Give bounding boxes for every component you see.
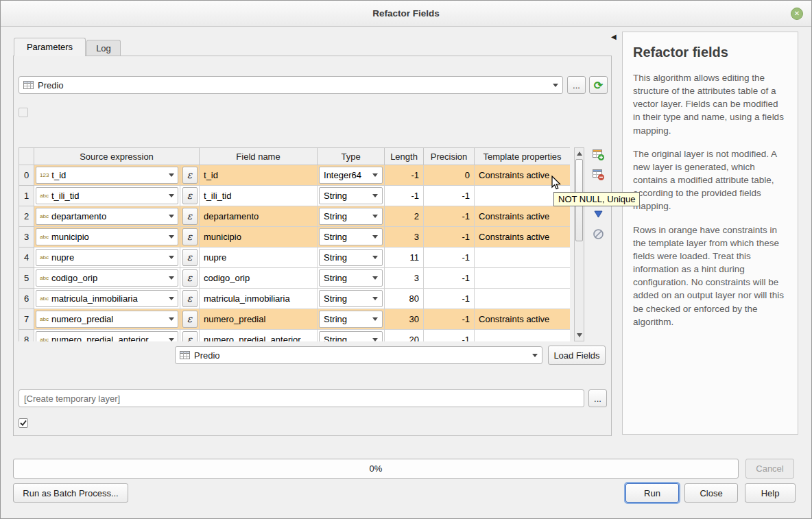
input-layer-browse-button[interactable]: ... xyxy=(567,76,586,94)
row-number-cell[interactable]: 1 xyxy=(19,186,34,206)
field-name-cell[interactable]: numero_predial_anterior xyxy=(200,330,318,342)
header-length[interactable]: Length xyxy=(385,148,424,165)
precision-cell[interactable]: 0 xyxy=(424,165,475,186)
precision-cell[interactable]: -1 xyxy=(424,330,475,342)
precision-cell[interactable]: -1 xyxy=(424,227,475,248)
clear-fields-button[interactable] xyxy=(589,225,608,243)
header-type[interactable]: Type xyxy=(318,148,385,165)
row-number-cell[interactable]: 3 xyxy=(19,227,34,248)
header-field-name[interactable]: Field name xyxy=(200,148,318,165)
expression-builder-button[interactable]: ε xyxy=(182,167,198,184)
row-number-cell[interactable]: 0 xyxy=(19,165,34,186)
run-as-batch-button[interactable]: Run as Batch Process... xyxy=(13,483,128,503)
refactored-browse-button[interactable]: ... xyxy=(588,389,607,407)
expression-builder-button[interactable]: ε xyxy=(182,269,198,287)
precision-cell[interactable]: -1 xyxy=(424,309,475,330)
expression-builder-button[interactable]: ε xyxy=(182,290,198,307)
help-button[interactable]: Help xyxy=(745,483,796,503)
add-field-button[interactable] xyxy=(589,145,608,164)
refactored-output-input[interactable]: [Create temporary layer] xyxy=(19,389,584,407)
move-down-button[interactable] xyxy=(589,205,608,224)
close-window-button[interactable]: ✕ xyxy=(791,8,803,20)
header-precision[interactable]: Precision xyxy=(424,148,475,165)
field-name-cell[interactable]: numero_predial xyxy=(200,309,318,330)
precision-cell[interactable]: -1 xyxy=(424,186,475,206)
length-cell[interactable]: -1 xyxy=(385,165,424,186)
expression-builder-button[interactable]: ε xyxy=(182,331,198,341)
delete-field-button[interactable] xyxy=(589,165,608,184)
template-properties-cell[interactable] xyxy=(475,289,570,309)
header-template-properties[interactable]: Template properties xyxy=(475,148,570,165)
template-layer-combobox[interactable]: Predio xyxy=(175,346,542,364)
input-layer-combobox[interactable]: Predio xyxy=(19,76,563,94)
source-expression-combobox[interactable]: abc numero_predial_anterior xyxy=(36,331,178,341)
length-cell[interactable]: 2 xyxy=(385,206,424,227)
field-name-cell[interactable]: t_id xyxy=(200,165,318,186)
load-fields-button[interactable]: Load Fields xyxy=(548,346,606,365)
type-combobox[interactable]: String xyxy=(319,311,383,328)
expression-builder-button[interactable]: ε xyxy=(182,249,198,266)
run-button[interactable]: Run xyxy=(625,483,679,503)
row-number-cell[interactable]: 7 xyxy=(19,309,34,330)
template-properties-cell[interactable]: Constraints active xyxy=(475,206,570,227)
source-expression-combobox[interactable]: abc departamento xyxy=(36,208,178,225)
header-source-expression[interactable]: Source expression xyxy=(34,148,200,165)
precision-cell[interactable]: -1 xyxy=(424,206,475,227)
collapse-panel-icon[interactable]: ◀ xyxy=(611,33,617,40)
row-number-cell[interactable]: 2 xyxy=(19,206,34,227)
field-name-cell[interactable]: departamento xyxy=(200,206,318,227)
row-number-cell[interactable]: 6 xyxy=(19,289,34,309)
title-bar[interactable]: Refactor Fields ✕ xyxy=(1,1,811,27)
length-cell[interactable]: 11 xyxy=(385,248,424,268)
type-combobox[interactable]: String xyxy=(319,187,383,204)
template-properties-cell[interactable] xyxy=(475,268,570,289)
type-combobox[interactable]: Integer64 xyxy=(319,167,383,184)
type-combobox[interactable]: String xyxy=(319,208,383,225)
precision-cell[interactable]: -1 xyxy=(424,268,475,289)
field-name-cell[interactable]: codigo_orip xyxy=(200,268,318,289)
tab-parameters[interactable]: Parameters xyxy=(14,38,86,56)
source-expression-combobox[interactable]: abc matricula_inmobiliaria xyxy=(36,290,178,307)
template-properties-cell[interactable]: Constraints active xyxy=(475,309,570,330)
source-expression-combobox[interactable]: 123 t_id xyxy=(36,167,178,184)
type-combobox[interactable]: String xyxy=(319,331,383,341)
length-cell[interactable]: 20 xyxy=(385,330,424,342)
row-number-cell[interactable]: 4 xyxy=(19,248,34,268)
source-expression-combobox[interactable]: abc numero_predial xyxy=(36,311,178,328)
length-cell[interactable]: -1 xyxy=(385,186,424,206)
precision-cell[interactable]: -1 xyxy=(424,289,475,309)
field-name-cell[interactable]: nupre xyxy=(200,248,318,268)
source-expression-combobox[interactable]: abc municipio xyxy=(36,228,178,245)
expression-builder-button[interactable]: ε xyxy=(182,228,198,245)
length-cell[interactable]: 30 xyxy=(385,309,424,330)
open-output-checkbox[interactable] xyxy=(19,418,28,428)
field-name-cell[interactable]: matricula_inmobiliaria xyxy=(200,289,318,309)
length-cell[interactable]: 3 xyxy=(385,227,424,248)
row-number-cell[interactable]: 8 xyxy=(19,330,34,342)
tab-log[interactable]: Log xyxy=(86,40,121,56)
type-combobox[interactable]: String xyxy=(319,269,383,287)
template-properties-cell[interactable] xyxy=(475,330,570,342)
source-expression-combobox[interactable]: abc t_ili_tid xyxy=(36,187,178,204)
type-combobox[interactable]: String xyxy=(319,290,383,307)
source-expression-combobox[interactable]: abc nupre xyxy=(36,249,178,266)
precision-cell[interactable]: -1 xyxy=(424,248,475,268)
type-combobox[interactable]: String xyxy=(319,228,383,245)
row-number-cell[interactable]: 5 xyxy=(19,268,34,289)
scroll-up-icon[interactable] xyxy=(577,152,582,156)
source-expression-combobox[interactable]: abc codigo_orip xyxy=(36,269,178,287)
close-button[interactable]: Close xyxy=(684,483,738,503)
expression-builder-button[interactable]: ε xyxy=(182,187,198,204)
template-properties-cell[interactable] xyxy=(475,248,570,268)
template-properties-cell[interactable]: Constraints active xyxy=(475,227,570,248)
field-name-cell[interactable]: municipio xyxy=(200,227,318,248)
field-name-cell[interactable]: t_ili_tid xyxy=(200,186,318,206)
length-cell[interactable]: 80 xyxy=(385,289,424,309)
expression-builder-button[interactable]: ε xyxy=(182,208,198,225)
type-combobox[interactable]: String xyxy=(319,249,383,266)
scroll-down-icon[interactable] xyxy=(577,333,582,337)
expression-builder-button[interactable]: ε xyxy=(182,311,198,328)
length-cell[interactable]: 3 xyxy=(385,268,424,289)
iterate-layer-button[interactable]: ⟳ xyxy=(589,76,608,94)
table-scrollbar[interactable] xyxy=(574,147,584,341)
